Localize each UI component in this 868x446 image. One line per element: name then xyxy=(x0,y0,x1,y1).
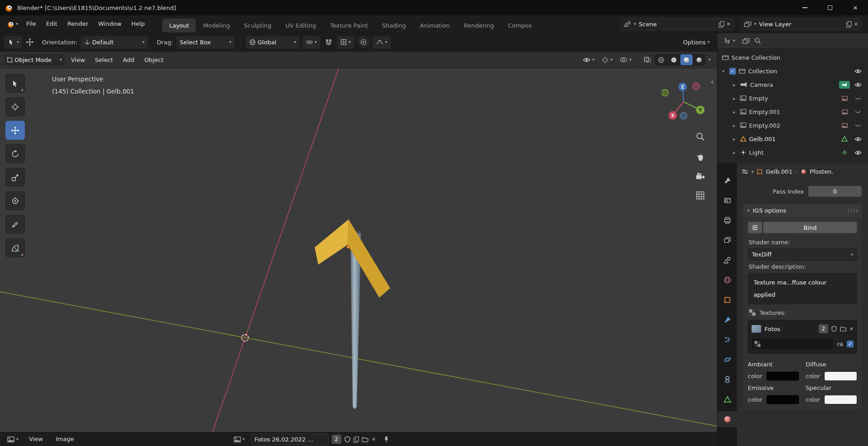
tool-measure[interactable] xyxy=(5,238,25,257)
disclosure-icon[interactable]: ▸ xyxy=(731,150,737,155)
mesh-data-icon[interactable] xyxy=(839,135,850,143)
tool-scale[interactable] xyxy=(5,168,25,187)
tab-tool[interactable] xyxy=(717,172,737,189)
tab-physics[interactable] xyxy=(717,351,737,368)
unlink-image-button[interactable]: ✕ xyxy=(372,437,376,442)
tab-object-data[interactable] xyxy=(717,391,737,408)
disclosure-icon[interactable]: ▸ xyxy=(731,123,737,128)
visibility-toggle[interactable] xyxy=(853,109,863,114)
pivot-point-dropdown[interactable]: ▾ xyxy=(303,36,320,48)
tool-transform[interactable] xyxy=(5,191,25,210)
maximize-button[interactable] xyxy=(817,0,843,15)
igs-panel-header[interactable]: ▾ IGS options xyxy=(743,204,862,217)
navigation-gizmo[interactable]: Z Y X xyxy=(662,80,705,123)
tool-select-box[interactable] xyxy=(5,74,25,93)
blender-app-menu[interactable]: ▾ xyxy=(4,18,21,30)
workspace-tab-modeling[interactable]: Modeling xyxy=(196,19,236,33)
image-browse-dropdown[interactable]: ▾ xyxy=(231,433,248,446)
outliner-row-empty-001[interactable]: ▸ Empty.001 xyxy=(717,105,868,119)
outliner-row-light[interactable]: ▸ Light xyxy=(717,146,868,159)
outliner-row-camera[interactable]: ▸ Camera xyxy=(717,78,868,91)
object-visibility-dropdown[interactable]: ▾ xyxy=(580,54,597,66)
scene-browse-icon[interactable] xyxy=(624,21,631,27)
outliner-row-empty-002[interactable]: ▸ Empty.002 xyxy=(717,119,868,132)
menu-edit[interactable]: Edit xyxy=(41,18,62,30)
shading-wireframe-button[interactable] xyxy=(655,54,667,65)
visibility-toggle[interactable] xyxy=(853,150,863,155)
tab-output[interactable] xyxy=(717,212,737,228)
tab-scene[interactable] xyxy=(717,252,737,268)
gizmo-axis-neg-x[interactable] xyxy=(693,83,700,90)
image-data-icon[interactable] xyxy=(839,108,850,116)
visibility-toggle[interactable] xyxy=(853,137,863,142)
workspace-tab-texture-paint[interactable]: Texture Paint xyxy=(323,19,375,33)
viewport-menu-select[interactable]: Select xyxy=(91,57,117,63)
tool-move[interactable] xyxy=(5,121,25,140)
shading-rendered-button[interactable] xyxy=(693,54,705,65)
mesh-object[interactable] xyxy=(315,219,390,409)
texture-open-folder-icon[interactable] xyxy=(840,326,846,332)
bind-button[interactable]: Bind xyxy=(763,222,857,233)
shading-solid-button[interactable] xyxy=(668,54,680,65)
active-tool-dropdown[interactable]: ▾ xyxy=(5,36,22,48)
disclosure-icon[interactable]: ▸ xyxy=(731,137,737,142)
chevron-down-icon[interactable]: ▾ xyxy=(634,22,636,26)
tool-cursor[interactable] xyxy=(5,97,25,116)
image-users-count[interactable]: 2 xyxy=(332,435,341,444)
pan-control[interactable] xyxy=(695,152,705,162)
tool-rotate[interactable] xyxy=(5,144,25,163)
visibility-toggle[interactable] xyxy=(853,123,863,128)
overlays-dropdown[interactable]: ▾ xyxy=(617,54,634,66)
new-view-layer-button[interactable] xyxy=(846,21,851,27)
disclosure-icon[interactable]: ▸ xyxy=(731,96,737,101)
camera-data-icon[interactable] xyxy=(839,81,850,89)
collection-checkbox[interactable]: ✓ xyxy=(729,68,736,75)
camera-view-control[interactable] xyxy=(695,172,705,180)
diffuse-color-swatch[interactable] xyxy=(824,371,857,381)
new-scene-button[interactable] xyxy=(719,21,724,27)
texture-unlink-button[interactable]: ✕ xyxy=(849,326,854,332)
outliner-search-button[interactable] xyxy=(754,37,761,44)
tab-material[interactable] xyxy=(717,411,737,427)
arrow-left-arm[interactable] xyxy=(315,219,349,265)
light-data-icon[interactable] xyxy=(839,149,850,157)
menu-render[interactable]: Render xyxy=(62,18,93,30)
viewport-menu-object[interactable]: Object xyxy=(140,57,167,63)
view-layer-icon[interactable] xyxy=(744,21,751,27)
visibility-toggle[interactable] xyxy=(853,82,863,87)
transform-orientation-dropdown[interactable]: Global ▾ xyxy=(246,36,299,48)
workspace-tab-layout[interactable]: Layout xyxy=(162,19,196,33)
shading-dropdown[interactable]: ▾ xyxy=(708,57,711,62)
panel-grip-icon[interactable] xyxy=(848,209,858,213)
tool-annotate[interactable] xyxy=(5,215,25,234)
image-data-icon[interactable] xyxy=(839,95,850,102)
outliner-row-gelb-001[interactable]: ▸ Gelb.001 xyxy=(717,132,868,146)
remove-view-layer-button[interactable]: ✕ xyxy=(854,21,858,27)
gizmo-axis-neg-z[interactable] xyxy=(680,113,687,119)
outliner-row-empty[interactable]: ▸ Empty xyxy=(717,91,868,105)
emissive-color-swatch[interactable] xyxy=(766,395,799,404)
close-button[interactable]: ✕ xyxy=(843,0,868,15)
workspace-tab-compositing[interactable]: Compos xyxy=(501,19,538,33)
snap-magnet-toggle[interactable] xyxy=(324,38,334,46)
image-data-icon[interactable] xyxy=(839,122,850,129)
gizmo-axis-neg-y[interactable] xyxy=(662,90,669,96)
options-dropdown[interactable]: Options ▾ xyxy=(680,36,712,48)
texture-image-field[interactable] xyxy=(751,338,834,350)
shading-material-preview-button[interactable] xyxy=(680,54,693,65)
viewport-menu-view[interactable]: View xyxy=(67,57,89,63)
tab-modifiers[interactable] xyxy=(717,312,737,328)
image-datablock-selector[interactable]: Fotos 26.02.2022 ... xyxy=(251,433,329,446)
unlink-scene-button[interactable]: ✕ xyxy=(726,21,731,27)
workspace-tab-rendering[interactable]: Rendering xyxy=(457,19,500,33)
sidebar-collapse-arrow[interactable]: ‹ xyxy=(711,77,714,86)
scene-name[interactable]: Scene xyxy=(639,21,716,28)
texture-fake-user-shield-icon[interactable] xyxy=(831,326,837,332)
pin-icon[interactable] xyxy=(383,436,389,443)
new-image-button[interactable] xyxy=(354,437,359,442)
specular-color-swatch[interactable] xyxy=(824,395,857,404)
ambient-color-swatch[interactable] xyxy=(766,371,799,381)
image-menu-view[interactable]: View xyxy=(24,433,48,445)
mode-dropdown[interactable]: Object Mode ▾ xyxy=(4,54,65,66)
outliner-row-collection[interactable]: ▾ ✓ Collection xyxy=(717,64,868,78)
